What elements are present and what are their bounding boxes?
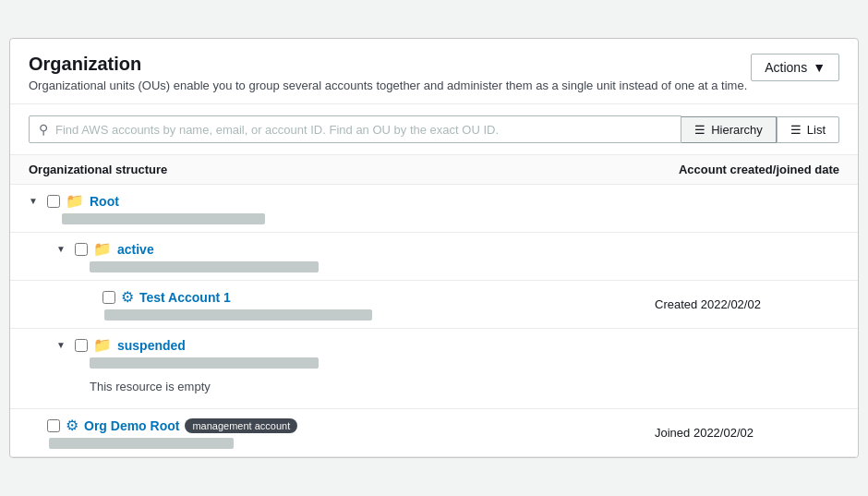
node-checkbox[interactable] bbox=[75, 339, 88, 352]
node-checkbox[interactable] bbox=[102, 291, 115, 304]
expand-chevron-icon[interactable]: ▼ bbox=[56, 340, 69, 350]
header-left: Organization Organizational units (OUs) … bbox=[29, 54, 747, 92]
col-date: Account created/joined date bbox=[679, 163, 839, 176]
expand-chevron-icon[interactable]: ▼ bbox=[56, 244, 69, 254]
node-label[interactable]: Root bbox=[90, 194, 119, 209]
actions-label: Actions bbox=[765, 60, 807, 75]
empty-message: This resource is empty bbox=[90, 372, 839, 401]
account-icon: ⚙ bbox=[121, 288, 134, 306]
node-id-bar bbox=[90, 261, 319, 272]
list-icon: ☰ bbox=[790, 123, 802, 137]
account-icon: ⚙ bbox=[66, 417, 78, 434]
tree-row: ▼📁Root bbox=[10, 185, 858, 233]
organization-panel: Organization Organizational units (OUs) … bbox=[9, 38, 859, 458]
hierarchy-view-button[interactable]: ☰ Hierarchy bbox=[681, 116, 777, 143]
row-top: ▼📁suspended bbox=[56, 336, 839, 354]
ou-folder-icon: 📁 bbox=[93, 240, 112, 258]
node-id-bar bbox=[90, 357, 319, 369]
panel-header: Organization Organizational units (OUs) … bbox=[10, 39, 858, 104]
tree-node-content: ⚙Test Account 1 bbox=[84, 281, 655, 328]
account-date: Joined 2022/02/02 bbox=[655, 426, 839, 440]
row-top: ▼📁active bbox=[56, 240, 839, 258]
row-top: ⚙Org Demo Rootmanagement account bbox=[29, 417, 655, 434]
node-id-bar bbox=[49, 438, 234, 449]
node-label[interactable]: suspended bbox=[117, 338, 186, 353]
tree-row: ▼📁suspendedThis resource is empty bbox=[10, 329, 858, 409]
account-date: Created 2022/02/02 bbox=[655, 297, 839, 311]
list-view-button[interactable]: ☰ List bbox=[777, 116, 839, 143]
tree-row: ⚙Test Account 1Created 2022/02/02 bbox=[10, 281, 858, 329]
hierarchy-icon: ☰ bbox=[694, 123, 705, 137]
row-top: ▼📁Root bbox=[29, 192, 839, 210]
expand-chevron-icon[interactable]: ▼ bbox=[29, 196, 42, 206]
tree-node-content: ▼📁active bbox=[56, 233, 839, 280]
search-bar: ⚲ ☰ Hierarchy ☰ List bbox=[10, 104, 858, 155]
tree-node-content: ⚙Org Demo Rootmanagement account bbox=[29, 409, 655, 456]
node-checkbox[interactable] bbox=[47, 195, 60, 208]
search-input[interactable] bbox=[55, 123, 671, 137]
node-id-bar bbox=[104, 309, 372, 321]
chevron-down-icon: ▼ bbox=[813, 60, 826, 75]
page-description: Organizational units (OUs) enable you to… bbox=[29, 79, 747, 92]
tree-area: ▼📁Root▼📁active⚙Test Account 1Created 202… bbox=[10, 185, 858, 457]
node-checkbox[interactable] bbox=[75, 243, 88, 256]
node-label[interactable]: Test Account 1 bbox=[139, 290, 231, 305]
list-label: List bbox=[807, 123, 826, 137]
row-top: ⚙Test Account 1 bbox=[84, 288, 655, 306]
view-toggle: ☰ Hierarchy ☰ List bbox=[681, 116, 839, 143]
ou-folder-icon: 📁 bbox=[93, 336, 112, 354]
search-icon: ⚲ bbox=[39, 122, 48, 137]
tree-node-content: ▼📁suspendedThis resource is empty bbox=[56, 329, 839, 408]
actions-button[interactable]: Actions ▼ bbox=[751, 54, 839, 81]
node-id-bar bbox=[62, 213, 265, 224]
table-header: Organizational structure Account created… bbox=[10, 155, 858, 185]
tree-row: ▼📁active bbox=[10, 233, 858, 281]
page-title: Organization bbox=[29, 54, 747, 75]
node-label[interactable]: active bbox=[117, 242, 154, 257]
col-structure: Organizational structure bbox=[29, 163, 167, 176]
tree-node-content: ▼📁Root bbox=[29, 185, 839, 232]
search-input-wrap: ⚲ bbox=[29, 115, 681, 143]
hierarchy-label: Hierarchy bbox=[711, 123, 763, 137]
node-label[interactable]: Org Demo Root bbox=[84, 418, 179, 433]
ou-folder-icon: 📁 bbox=[66, 192, 84, 210]
node-checkbox[interactable] bbox=[47, 419, 60, 432]
tree-row: ⚙Org Demo Rootmanagement accountJoined 2… bbox=[10, 409, 858, 457]
management-account-badge: management account bbox=[185, 418, 297, 433]
